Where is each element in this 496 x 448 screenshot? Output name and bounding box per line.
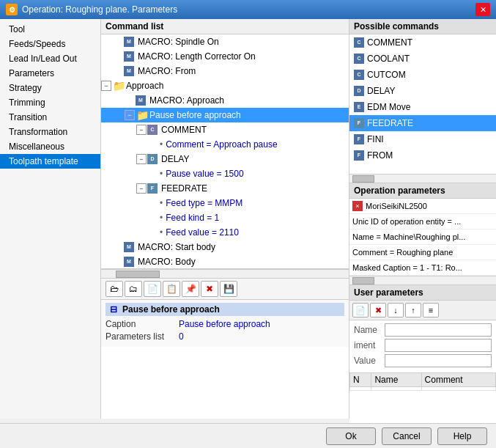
info-expand-icon[interactable]: ⊟ (110, 304, 117, 315)
tree-item-start-body[interactable]: M MACRO: Start body (101, 240, 349, 254)
possible-commands-list[interactable]: C COMMENT C COOLANT C CUTCOM D DELAY (349, 34, 496, 174)
tree-item-from[interactable]: M MACRO: From (101, 64, 349, 78)
op-params-hscrollbar[interactable] (349, 276, 496, 284)
tree-item-feedrate[interactable]: − F FEEDRATE (101, 181, 349, 196)
tree-item-approach-folder[interactable]: − 📁 Approach (101, 78, 349, 93)
toolbar-btn-5[interactable]: 📌 (182, 281, 199, 297)
macro-icon: M (124, 66, 134, 76)
name-field-row: Name (354, 323, 492, 337)
nav-transformation[interactable]: Transformation (0, 125, 100, 139)
nav-feeds[interactable]: Feeds/Speeds (0, 37, 100, 51)
cmd-coolant[interactable]: C COOLANT (349, 51, 496, 67)
op-row-unic[interactable]: Unic ID of operation entity = ... (349, 214, 496, 229)
expand-icon[interactable]: − (125, 110, 135, 120)
cmd-from[interactable]: F FROM (349, 147, 496, 164)
folder-icon: 📁 (136, 110, 148, 120)
nav-lead[interactable]: Lead In/Lead Out (0, 51, 100, 66)
cmd-fini[interactable]: F FINI (349, 131, 496, 147)
toolbar-btn-2[interactable]: 🗂 (125, 281, 142, 297)
cmd-label: COMMENT (367, 36, 412, 49)
toolbar-btn-3[interactable]: 📄 (144, 281, 161, 297)
iment-input[interactable] (385, 339, 492, 352)
op-row-machine[interactable]: × MoriSeikiNL2500 (349, 199, 496, 214)
table-cell (350, 387, 371, 391)
user-tb-up[interactable]: ↑ (405, 303, 421, 317)
tree-item-feed-type[interactable]: • Feed type = MMPM (101, 196, 349, 210)
cmd-icon: C (354, 54, 364, 64)
tree-item-macro-approach[interactable]: M MACRO: Approach (101, 93, 349, 108)
user-params-toolbar: 📄 ✖ ↓ ↑ ≡ (349, 301, 496, 320)
help-button[interactable]: Help (437, 427, 487, 445)
scrollbar-thumb[interactable] (352, 175, 374, 183)
nav-miscellaneous[interactable]: Miscellaneous (0, 139, 100, 154)
cmd-icon: D (354, 86, 364, 96)
nav-parameters[interactable]: Parameters (0, 66, 100, 81)
toolbar-btn-1[interactable]: 🗁 (106, 281, 123, 297)
cmd-icon: F (354, 150, 364, 161)
user-params-table-area[interactable]: N Name Comment (349, 372, 496, 424)
cmd-label: COOLANT (367, 52, 410, 65)
cmd-edm[interactable]: E EDM Move (349, 99, 496, 115)
possible-cmd-hscrollbar[interactable] (349, 174, 496, 183)
op-row-masked[interactable]: Masked Caption = 1 - T1: Ro... (349, 260, 496, 276)
cmd-label: FINI (367, 133, 384, 146)
tree-item-feed-kind[interactable]: • Feed kind = 1 (101, 210, 349, 225)
tree-horizontal-scrollbar[interactable] (101, 269, 349, 278)
tree-item-text: MACRO: Start body (138, 240, 215, 254)
toolbar-btn-save[interactable]: 💾 (220, 281, 237, 297)
nav-transition[interactable]: Transition (0, 110, 100, 125)
expand-icon[interactable]: − (136, 183, 147, 194)
scrollbar-thumb[interactable] (116, 271, 160, 278)
tree-item-body[interactable]: M MACRO: Body (101, 254, 349, 269)
operation-params-section: Operation parameters × MoriSeikiNL2500 U… (349, 183, 496, 285)
value-label: Value (354, 356, 385, 366)
tree-item-delay-value[interactable]: • Pause value = 1500 (101, 166, 349, 181)
command-tree[interactable]: M MACRO: Spindle On M MACRO: Length Corr… (101, 34, 349, 269)
tree-item-feed-value[interactable]: • Feed value = 2110 (101, 225, 349, 240)
nav-tool[interactable]: Tool (0, 22, 100, 37)
table-cell (421, 387, 495, 391)
folder-icon: 📁 (113, 81, 125, 91)
user-tb-delete[interactable]: ✖ (370, 303, 386, 317)
ok-button[interactable]: Ok (326, 427, 376, 445)
tree-item-length[interactable]: M MACRO: Length Corrector On (101, 49, 349, 64)
cancel-button[interactable]: Cancel (382, 427, 432, 445)
info-panel-header: ⊟ Pause before approach (106, 303, 344, 316)
cmd-cutcom[interactable]: C CUTCOM (349, 67, 496, 83)
possible-commands-section: Possible commands C COMMENT C COOLANT C … (349, 19, 496, 183)
cmd-feedrate[interactable]: F FEEDRATE (349, 115, 496, 131)
toolbar-btn-delete[interactable]: ✖ (201, 281, 218, 297)
tree-item-spindle[interactable]: M MACRO: Spindle On (101, 34, 349, 49)
operation-params-list[interactable]: × MoriSeikiNL2500 Unic ID of operation e… (349, 199, 496, 276)
info-caption-row: Caption Pause before approach (106, 319, 344, 329)
value-input[interactable] (385, 354, 492, 367)
scrollbar-thumb[interactable] (352, 277, 374, 284)
nav-trimming[interactable]: Trimming (0, 95, 100, 110)
info-params-value: 0 (179, 331, 344, 342)
op-row-name[interactable]: Name = Machine\Roughing pl... (349, 229, 496, 245)
tree-item-pause-before-approach[interactable]: − 📁 Pause before approach (101, 108, 349, 122)
user-tb-new[interactable]: 📄 (352, 303, 369, 317)
toolbar-btn-4[interactable]: 📋 (163, 281, 180, 297)
tree-item-comment-value[interactable]: • Comment = Approach pause (101, 137, 349, 152)
close-button[interactable]: ✕ (475, 3, 490, 16)
tree-item-delay[interactable]: − D DELAY (101, 152, 349, 166)
name-input[interactable] (385, 323, 492, 337)
expand-icon[interactable]: − (136, 154, 147, 164)
tree-item-text: MACRO: From (138, 65, 196, 78)
user-tb-down[interactable]: ↓ (388, 303, 404, 317)
tree-item-text: MACRO: Approach (149, 94, 224, 107)
op-row-comment[interactable]: Comment = Roughing plane (349, 245, 496, 260)
tree-item-text: COMMENT (161, 123, 207, 136)
nav-strategy[interactable]: Strategy (0, 81, 100, 95)
tree-item-comment[interactable]: − C COMMENT (101, 122, 349, 137)
expand-icon[interactable]: − (136, 125, 147, 135)
user-tb-list[interactable]: ≡ (423, 303, 439, 317)
window-icon: ⚙ (6, 4, 18, 15)
cmd-comment[interactable]: C COMMENT (349, 34, 496, 51)
cmd-delay[interactable]: D DELAY (349, 83, 496, 99)
center-panel: Command list M MACRO: Spindle On M MACRO… (101, 19, 349, 419)
nav-toolpath[interactable]: Toolpath template (0, 154, 100, 169)
cmd-icon: C (354, 70, 364, 80)
expand-icon[interactable]: − (101, 81, 111, 91)
